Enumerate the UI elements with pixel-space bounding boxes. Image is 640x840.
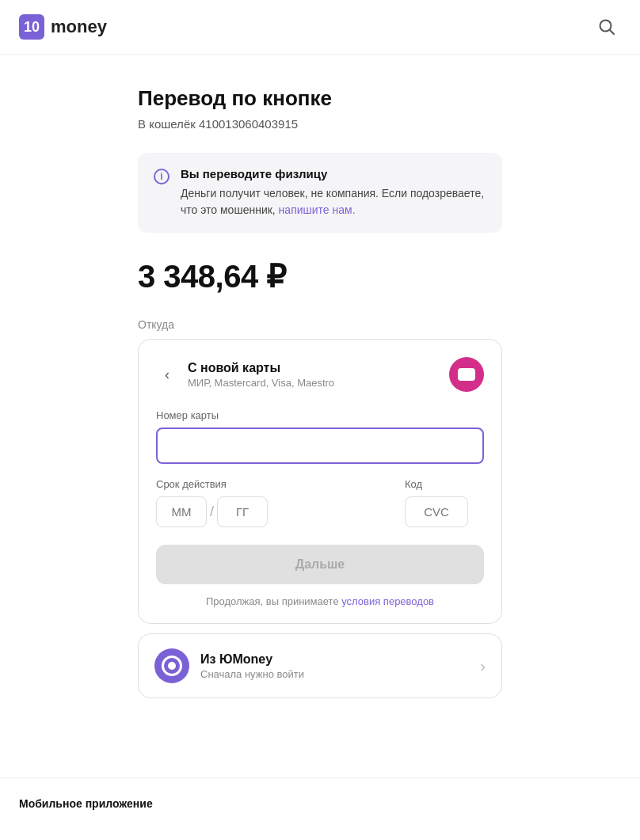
svg-line-3 — [610, 30, 615, 35]
card-type-icon-button[interactable] — [449, 357, 484, 392]
yumoney-title: Из ЮMoney — [200, 652, 304, 667]
terms-link[interactable]: условия переводов — [341, 595, 434, 607]
card-icon — [458, 368, 475, 381]
yumoney-logo — [154, 648, 189, 683]
logo-text: money — [51, 17, 107, 37]
footer: Мобильное приложение — [0, 777, 640, 829]
card-header-left: ‹ С новой карты МИР, Mastercard, Visa, M… — [156, 361, 334, 389]
yumoney-left: Из ЮMoney Сначала нужно войти — [154, 648, 304, 683]
amount-display: 3 348,64 ₽ — [138, 258, 502, 295]
chevron-right-icon: › — [480, 657, 486, 675]
info-box: i Вы переводите физлицу Деньги получит ч… — [138, 153, 502, 233]
report-fraud-link[interactable]: напишите нам. — [279, 203, 356, 216]
yumoney-panel[interactable]: Из ЮMoney Сначала нужно войти › — [138, 633, 502, 698]
search-button[interactable] — [592, 13, 621, 41]
yumoney-subtitle: Сначала нужно войти — [200, 668, 304, 680]
expiry-inputs: / — [156, 496, 392, 527]
cvc-label: Код — [405, 478, 484, 490]
cvc-group: Код — [405, 478, 484, 527]
card-number-label: Номер карты — [156, 409, 484, 421]
cvc-input[interactable] — [405, 496, 468, 527]
expiry-month-input[interactable] — [156, 496, 207, 527]
yumoney-info: Из ЮMoney Сначала нужно войти — [200, 652, 304, 680]
next-button[interactable]: Дальше — [156, 545, 484, 584]
header: 10 money — [0, 0, 640, 55]
info-content: Вы переводите физлицу Деньги получит чел… — [181, 167, 486, 219]
info-title: Вы переводите физлицу — [181, 167, 486, 181]
yumoney-logo-inner — [162, 656, 182, 676]
svg-rect-7 — [459, 372, 474, 374]
card-panel-header: ‹ С новой карты МИР, Mastercard, Visa, M… — [156, 357, 484, 392]
source-label: Откуда — [138, 318, 502, 331]
info-text: Деньги получит человек, не компания. Есл… — [181, 185, 486, 219]
expiry-label: Срок действия — [156, 478, 392, 490]
logo-icon: 10 — [19, 14, 44, 40]
expiry-cvc-row: Срок действия / Код — [156, 478, 484, 527]
back-button[interactable]: ‹ — [156, 363, 178, 386]
terms-text: Продолжая, вы принимаете условия перевод… — [156, 595, 484, 607]
page-title: Перевод по кнопке — [138, 86, 502, 111]
new-card-panel: ‹ С новой карты МИР, Mastercard, Visa, M… — [138, 339, 502, 624]
card-subtitle: МИР, Mastercard, Visa, Maestro — [188, 377, 334, 389]
footer-title: Мобильное приложение — [19, 797, 621, 810]
wallet-subtitle: В кошелёк 410013060403915 — [138, 117, 502, 131]
expiry-separator: / — [210, 504, 214, 520]
card-title-block: С новой карты МИР, Mastercard, Visa, Mae… — [188, 361, 334, 389]
expiry-group: Срок действия / — [156, 478, 392, 527]
logo: 10 money — [19, 14, 107, 40]
card-title: С новой карты — [188, 361, 334, 375]
svg-text:i: i — [160, 171, 162, 182]
card-number-input[interactable] — [156, 428, 484, 464]
info-icon: i — [154, 169, 170, 188]
search-icon — [598, 18, 615, 36]
svg-text:10: 10 — [24, 19, 40, 35]
main-content: Перевод по кнопке В кошелёк 410013060403… — [122, 55, 518, 777]
expiry-year-input[interactable] — [217, 496, 268, 527]
